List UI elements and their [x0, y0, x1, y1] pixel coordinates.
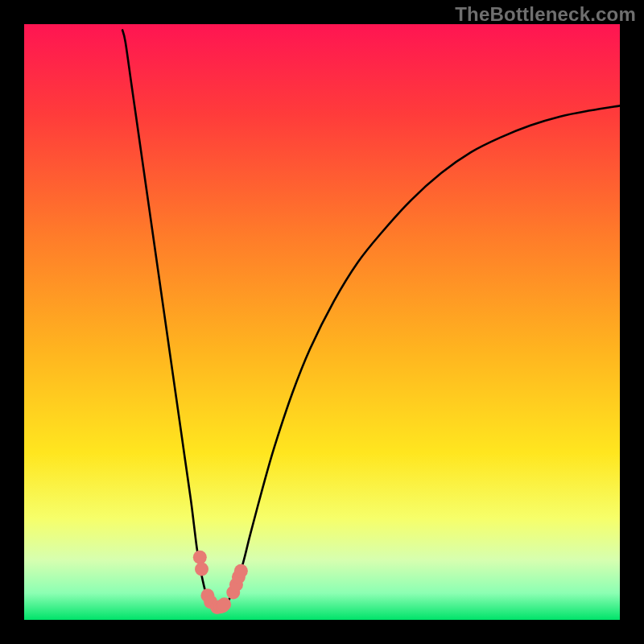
data-marker: [234, 564, 248, 578]
data-marker: [217, 597, 231, 611]
bottleneck-chart: [24, 24, 620, 620]
data-marker: [193, 551, 207, 564]
data-marker: [195, 563, 208, 576]
watermark-text: TheBottleneck.com: [455, 3, 636, 26]
chart-frame: TheBottleneck.com: [0, 0, 644, 644]
